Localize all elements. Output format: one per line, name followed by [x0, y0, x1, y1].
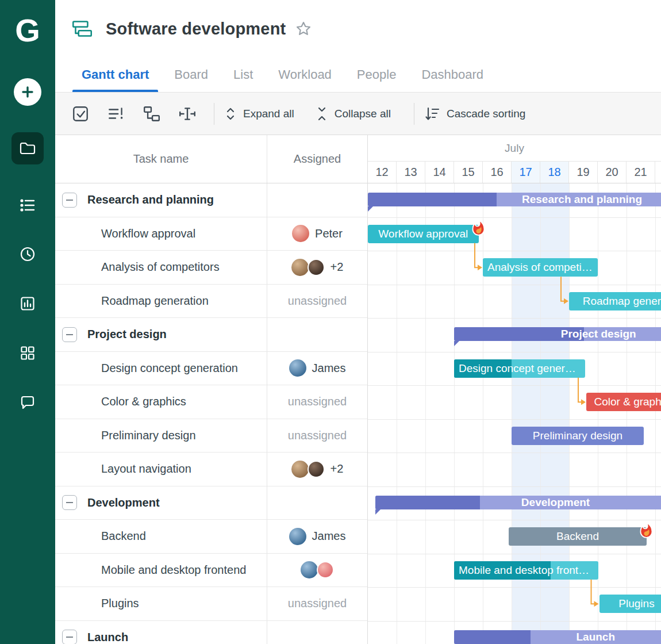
table-row[interactable]: Design concept generation James: [55, 352, 367, 386]
task-name: Mobile and desktop frontend: [101, 564, 246, 577]
sidebar-item-comments[interactable]: [20, 394, 36, 411]
gantt-content: Task name Assigned Research and planning…: [55, 135, 661, 644]
sidebar-item-history[interactable]: [20, 246, 36, 262]
collapse-group-button[interactable]: [62, 495, 77, 510]
task-table: Task name Assigned Research and planning…: [55, 135, 367, 644]
cascade-sorting-button[interactable]: Cascade sorting: [424, 105, 525, 122]
deadline-flame-icon: [639, 522, 654, 541]
tab-board[interactable]: Board: [162, 57, 221, 92]
timeline-month: July: [368, 135, 661, 162]
day-cell: 16: [483, 162, 512, 183]
avatar: [291, 461, 309, 478]
timeline-days: 1213141516171819202122: [368, 162, 661, 183]
sidebar-item-reports[interactable]: [20, 296, 36, 312]
table-row[interactable]: Layout navigation +2: [55, 453, 367, 486]
task-alert-button[interactable]: [105, 102, 128, 125]
tab-dashboard[interactable]: Dashboard: [409, 57, 496, 92]
unassigned-label: unassigned: [288, 597, 347, 610]
avatar: [292, 225, 309, 242]
subtask-hierarchy-icon: [143, 105, 161, 123]
task-name: Layout navigation: [101, 462, 191, 476]
avatar: [289, 359, 306, 377]
day-cell: 20: [598, 162, 627, 183]
table-row[interactable]: Plugins unassigned: [55, 587, 367, 621]
add-button[interactable]: [14, 78, 41, 106]
collapse-all-icon: [315, 105, 329, 122]
day-cell: 19: [569, 162, 598, 183]
tab-workload[interactable]: Workload: [266, 57, 344, 92]
subtask-structure-button[interactable]: [140, 102, 163, 125]
report-chart-icon: [20, 296, 36, 312]
table-header: Task name Assigned: [55, 135, 367, 183]
sidebar-item-projects[interactable]: [11, 132, 44, 164]
table-row[interactable]: Mobile and desktop frontend: [55, 554, 367, 588]
group-name: Launch: [87, 631, 128, 644]
table-row[interactable]: Development: [55, 486, 367, 520]
app-window: G: [0, 0, 661, 644]
rename-task-button[interactable]: [176, 102, 199, 125]
assignee-name: James: [312, 530, 346, 543]
assignee-extra-count: +2: [330, 260, 344, 274]
group-name: Research and planning: [87, 193, 214, 206]
star-outline-icon: [295, 20, 312, 37]
task-name: Roadmap generation: [101, 294, 209, 308]
day-cell: 18: [540, 162, 569, 183]
checkbox-check-icon: [71, 105, 90, 123]
deadline-flame-icon: [471, 220, 486, 239]
gantt-chart: July 1213141516171819202122 Research and…: [367, 135, 661, 644]
task-name: Analysis of competitors: [101, 260, 220, 274]
avatar: [317, 561, 334, 578]
sidebar-item-task-list[interactable]: [20, 198, 36, 213]
task-name: Workflow approval: [101, 227, 195, 240]
collapse-group-button[interactable]: [62, 327, 77, 342]
table-body: Research and planning Workflow approval …: [55, 183, 367, 644]
favorite-star-button[interactable]: [295, 20, 312, 40]
select-tasks-button[interactable]: [69, 102, 92, 125]
task-alert-icon: [107, 105, 125, 123]
unassigned-label: unassigned: [288, 395, 347, 408]
task-name: Preliminary design: [101, 429, 196, 442]
sidebar: G: [0, 0, 55, 644]
toolbar-divider: [414, 103, 414, 125]
avatar: [289, 528, 306, 545]
toolbar-divider: [214, 103, 214, 125]
tab-gantt-chart[interactable]: Gantt chart: [69, 57, 162, 92]
table-row[interactable]: Analysis of competitors +2: [55, 251, 367, 285]
collapse-group-button[interactable]: [62, 193, 77, 208]
table-row[interactable]: Color & graphics unassigned: [55, 385, 367, 419]
dependency-connectors: [368, 183, 661, 644]
gantt-toolbar: Expand all Collapse all Cascade sorting: [55, 92, 661, 135]
day-cell: 17: [512, 162, 540, 183]
day-cell: 22: [655, 162, 661, 183]
sidebar-item-workspace[interactable]: [20, 345, 36, 361]
column-header-task-name: Task name: [55, 135, 267, 183]
tab-people[interactable]: People: [344, 57, 409, 92]
table-row[interactable]: Project design: [55, 318, 367, 352]
expand-all-button[interactable]: Expand all: [224, 105, 294, 122]
plus-icon: [21, 85, 34, 99]
tab-list[interactable]: List: [221, 57, 266, 92]
table-row[interactable]: Preliminary design unassigned: [55, 419, 367, 453]
day-cell: 13: [397, 162, 425, 183]
collapse-group-button[interactable]: [62, 630, 77, 644]
chat-bubble-icon: [20, 394, 36, 411]
clock-icon: [20, 246, 36, 262]
collapse-all-button[interactable]: Collapse all: [315, 105, 391, 122]
project-hierarchy-icon: [70, 17, 94, 41]
day-cell: 15: [454, 162, 483, 183]
assignee-name: Peter: [315, 227, 343, 240]
table-row[interactable]: Workflow approval Peter: [55, 217, 367, 251]
table-row[interactable]: Launch: [55, 621, 367, 644]
column-header-assigned: Assigned: [267, 135, 367, 183]
task-name: Plugins: [101, 597, 139, 610]
folder-icon: [19, 141, 36, 156]
app-logo: G: [15, 0, 40, 60]
task-name: Color & graphics: [101, 395, 186, 408]
table-row[interactable]: Roadmap generation unassigned: [55, 285, 367, 319]
table-row[interactable]: Research and planning: [55, 183, 367, 217]
project-header: Software development: [55, 0, 661, 57]
cascade-sorting-label: Cascade sorting: [447, 108, 525, 120]
avatar: [301, 561, 318, 578]
assignee-extra-count: +2: [330, 462, 344, 476]
table-row[interactable]: Backend James: [55, 520, 367, 554]
